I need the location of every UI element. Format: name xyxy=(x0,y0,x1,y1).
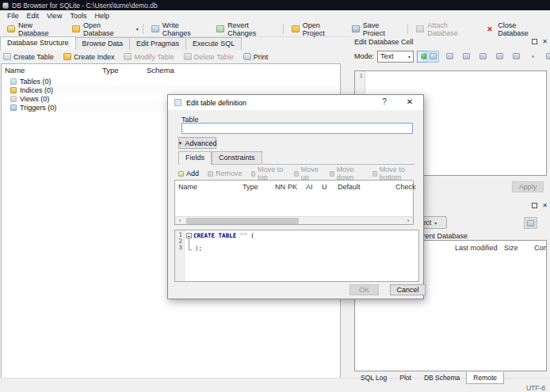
print-cell-button[interactable] xyxy=(543,51,550,63)
field-column-u[interactable]: U xyxy=(322,183,327,191)
attach-database-icon xyxy=(416,25,424,32)
float-dock-icon[interactable] xyxy=(532,39,537,44)
tree-item-tables[interactable]: Tables (0) xyxy=(2,77,340,86)
close-dock-icon[interactable] xyxy=(542,37,548,45)
tab-execute-sql[interactable]: Execute SQL xyxy=(186,37,242,50)
fullscreen-button[interactable] xyxy=(510,51,522,63)
column-schema[interactable]: Schema xyxy=(147,66,174,74)
window-titlebar[interactable]: DB Browser for SQLite - C:\Users\turne\d… xyxy=(0,0,550,10)
move-bottom-icon xyxy=(372,171,377,177)
advanced-label: Advanced xyxy=(185,139,216,147)
field-column-name[interactable]: Name xyxy=(178,183,197,191)
dialog-help-button[interactable]: ? xyxy=(379,97,390,108)
field-column-nn[interactable]: NN xyxy=(275,183,285,191)
edit-cell-toolbar: Mode: Text ▾ xyxy=(351,49,550,63)
delete-table-icon xyxy=(184,53,192,60)
tab-db-schema[interactable]: DB Schema xyxy=(418,372,466,383)
word-wrap-button[interactable] xyxy=(426,51,439,63)
tab-plot[interactable]: Plot xyxy=(393,372,418,383)
sql-close: ); xyxy=(186,245,418,252)
views-icon xyxy=(10,96,17,102)
open-project-icon xyxy=(292,25,300,32)
tab-sql-log[interactable]: SQL Log xyxy=(354,372,393,383)
open-database-button[interactable]: Open Database xyxy=(67,20,135,39)
export-cell-button[interactable] xyxy=(476,51,489,63)
indices-icon xyxy=(10,87,17,93)
dialog-tab-bar: Fields Constraints xyxy=(178,152,414,165)
scrollbar-thumb[interactable] xyxy=(186,218,299,224)
field-column-pk[interactable]: PK xyxy=(288,183,297,191)
close-dock-icon[interactable] xyxy=(542,201,548,209)
fields-table[interactable]: Name Type NN PK AI U Default Check xyxy=(174,180,414,225)
save-cell-icon xyxy=(496,53,503,59)
table-name-input[interactable] xyxy=(181,123,413,134)
open-database-menu-arrow[interactable]: ▾ xyxy=(135,25,140,33)
column-name[interactable]: Name xyxy=(5,66,25,74)
column-last-modified[interactable]: Last modified xyxy=(455,244,498,252)
move-top-icon xyxy=(251,171,256,177)
set-null-button[interactable] xyxy=(526,51,539,63)
print-cell-icon xyxy=(546,53,550,59)
window-title: DB Browser for SQLite - C:\Users\turne\d… xyxy=(12,2,158,10)
refresh-remote-button[interactable] xyxy=(524,217,537,229)
remove-field-button: Remove xyxy=(208,169,243,177)
fold-guide-line xyxy=(189,238,189,249)
create-table-button[interactable]: Create Table xyxy=(3,53,54,61)
dialog-icon xyxy=(174,99,181,106)
tree-item-label: Views (0) xyxy=(20,95,49,103)
field-column-ai[interactable]: AI xyxy=(306,183,313,191)
column-commit[interactable]: Commit xyxy=(534,244,547,252)
scroll-left-icon[interactable] xyxy=(175,217,185,225)
print-label: Print xyxy=(254,53,269,61)
move-down-icon xyxy=(330,171,334,177)
tree-item-label: Indices (0) xyxy=(20,86,53,94)
mode-select[interactable]: Text ▾ xyxy=(377,51,414,63)
remove-icon xyxy=(208,171,213,177)
fold-icon[interactable] xyxy=(186,233,192,238)
save-cell-button[interactable] xyxy=(493,51,506,63)
column-type[interactable]: Type xyxy=(102,66,119,74)
revert-changes-icon xyxy=(216,25,224,32)
encoding-indicator[interactable]: UTF-8 xyxy=(526,384,545,392)
json-format-button[interactable] xyxy=(443,51,456,63)
field-column-check[interactable]: Check xyxy=(395,183,416,191)
tree-item-indices[interactable]: Indices (0) xyxy=(2,86,340,94)
modify-table-button: Modify Table xyxy=(124,53,174,61)
toolbar-separator xyxy=(143,24,143,34)
open-project-button[interactable]: Open Project xyxy=(286,20,346,39)
field-column-type[interactable]: Type xyxy=(243,183,258,191)
float-dock-icon[interactable] xyxy=(532,203,537,208)
field-column-default[interactable]: Default xyxy=(338,183,361,191)
tab-constraints[interactable]: Constraints xyxy=(212,151,262,164)
toolbar-separator xyxy=(283,24,284,34)
advanced-button[interactable]: Advanced xyxy=(178,137,216,149)
print-button[interactable]: Print xyxy=(243,53,269,61)
scroll-right-icon[interactable] xyxy=(403,217,413,225)
cancel-button[interactable]: Cancel xyxy=(390,284,426,295)
tab-database-structure[interactable]: Database Structure xyxy=(0,36,76,50)
tab-fields[interactable]: Fields xyxy=(178,151,212,165)
new-database-button[interactable]: New Database xyxy=(2,20,67,39)
tree-item-label: Triggers (0) xyxy=(20,104,56,112)
fullscreen-icon xyxy=(513,53,520,59)
create-index-icon xyxy=(63,53,71,60)
create-index-button[interactable]: Create Index xyxy=(63,53,115,61)
write-changes-button[interactable]: Write Changes xyxy=(146,20,211,39)
horizontal-scrollbar[interactable] xyxy=(175,216,413,224)
column-size[interactable]: Size xyxy=(504,244,518,252)
add-field-button[interactable]: Add xyxy=(178,169,199,177)
save-project-label: Save Project xyxy=(363,21,400,37)
tab-browse-data[interactable]: Browse Data xyxy=(76,37,131,50)
new-database-icon xyxy=(7,25,15,32)
dialog-title: Edit table definition xyxy=(186,99,246,107)
create-index-label: Create Index xyxy=(74,53,115,61)
move-up-icon xyxy=(294,171,299,177)
import-cell-button[interactable] xyxy=(460,51,472,63)
sql-preview[interactable]: 1 2 3 CREATE TABLE "" ( ); xyxy=(174,230,419,282)
dialog-close-button[interactable]: ✕ xyxy=(404,97,415,108)
tab-remote[interactable]: Remote xyxy=(466,372,504,384)
revert-changes-button[interactable]: Revert Changes xyxy=(211,20,281,39)
tab-edit-pragmas[interactable]: Edit Pragmas xyxy=(130,37,186,50)
sql-code: CREATE TABLE "" ( ); xyxy=(185,230,418,281)
close-database-icon xyxy=(487,25,495,32)
